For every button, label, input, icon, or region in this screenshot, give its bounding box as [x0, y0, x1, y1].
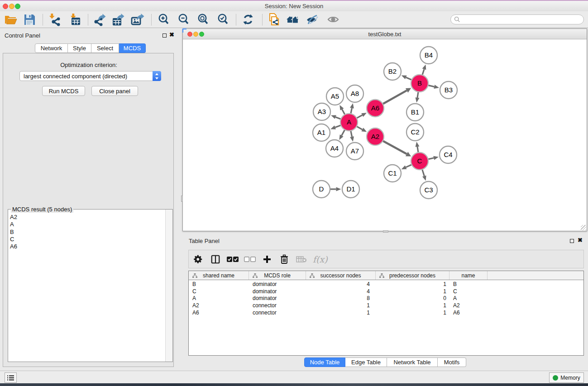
table-settings-gear-icon[interactable]	[192, 254, 204, 264]
network-window-titlebar[interactable]: testGlobe.txt	[183, 29, 587, 39]
control-tab-select[interactable]: Select	[91, 43, 119, 53]
deselect-all-icon[interactable]	[244, 256, 256, 262]
splitter-handle-left[interactable]	[181, 195, 183, 202]
cell-name[interactable]: A6	[449, 310, 488, 316]
export-network-icon[interactable]	[92, 13, 107, 26]
control-tab-network[interactable]: Network	[35, 43, 68, 53]
zoom-selected-icon[interactable]	[215, 13, 231, 26]
network-resize-corner[interactable]	[581, 225, 586, 230]
splitter-handle-bottom[interactable]	[383, 230, 388, 233]
add-column-icon[interactable]	[261, 255, 273, 264]
select-all-icon[interactable]	[227, 256, 239, 262]
cell-shared-name[interactable]: C	[189, 288, 249, 295]
table-tab-edge-table[interactable]: Edge Table	[345, 357, 387, 367]
search-input[interactable]	[450, 14, 584, 24]
cell-predecessor-nodes[interactable]: 0	[376, 295, 449, 301]
edge-B-B1[interactable]	[417, 92, 418, 98]
control-panel-float-icon[interactable]	[163, 33, 167, 38]
table-row[interactable]: A2connector11A2	[189, 302, 583, 309]
cell-shared-name[interactable]: B	[189, 281, 249, 287]
cell-successor-nodes[interactable]: 8	[306, 295, 376, 301]
run-mcds-button[interactable]: Run MCDS	[42, 86, 85, 96]
edge-A-A3[interactable]	[335, 117, 341, 119]
cell-MCDS-role[interactable]: dominator	[249, 288, 306, 295]
cell-name[interactable]: B	[449, 281, 488, 287]
edge-A-A4[interactable]	[342, 130, 345, 136]
import-table-icon[interactable]	[68, 13, 83, 26]
export-table-icon[interactable]	[110, 13, 126, 26]
delete-column-trash-icon[interactable]	[278, 254, 290, 264]
cell-successor-nodes[interactable]: 1	[306, 310, 376, 316]
edge-C-C3[interactable]	[422, 169, 425, 176]
edge-C-C1[interactable]	[406, 165, 412, 167]
edge-B-B2[interactable]	[406, 77, 412, 80]
table-panel-float-icon[interactable]	[570, 239, 574, 243]
column-header-MCDS-role[interactable]: MCDS role	[249, 271, 306, 280]
cell-name[interactable]: A2	[449, 302, 488, 309]
table-tab-network-table[interactable]: Network Table	[387, 357, 438, 367]
cell-predecessor-nodes[interactable]: 1	[376, 310, 449, 316]
cell-MCDS-role[interactable]: connector	[249, 310, 306, 316]
edge-A2-C[interactable]	[383, 141, 407, 154]
cell-successor-nodes[interactable]: 4	[306, 288, 376, 295]
edge-A-A7[interactable]	[351, 131, 352, 137]
cell-name[interactable]: C	[449, 288, 488, 295]
hide-panels-icon[interactable]	[305, 13, 320, 26]
column-header-predecessor-nodes[interactable]: predecessor nodes	[376, 271, 449, 280]
cell-successor-nodes[interactable]: 4	[306, 281, 376, 287]
eye-icon[interactable]	[325, 13, 341, 26]
zoom-out-icon[interactable]	[176, 13, 191, 26]
column-header-shared-name[interactable]: shared name	[189, 271, 249, 280]
cell-MCDS-role[interactable]: connector	[249, 302, 306, 309]
edge-C-C4[interactable]	[428, 158, 434, 159]
edge-A6-B[interactable]	[383, 91, 407, 104]
home-icon[interactable]	[285, 13, 301, 26]
save-session-icon[interactable]	[22, 13, 37, 26]
control-tab-style[interactable]: Style	[68, 43, 91, 53]
cell-MCDS-role[interactable]: dominator	[249, 281, 306, 287]
refresh-icon[interactable]	[240, 13, 256, 26]
import-network-icon[interactable]	[47, 13, 62, 26]
edge-C-C2[interactable]	[417, 147, 418, 152]
table-panel-close-icon[interactable]: ✖	[578, 237, 583, 243]
cell-MCDS-role[interactable]: dominator	[249, 295, 306, 301]
control-panel-close-icon[interactable]: ✖	[169, 31, 174, 38]
table-row[interactable]: A6connector11A6	[189, 309, 583, 316]
table-tab-motifs[interactable]: Motifs	[438, 357, 466, 367]
edge-A-A1[interactable]	[335, 125, 341, 128]
column-header-name[interactable]: name	[449, 271, 488, 280]
zoom-in-icon[interactable]	[156, 13, 172, 26]
table-row[interactable]: Adominator80A	[189, 295, 583, 302]
control-tab-mcds[interactable]: MCDS	[119, 43, 146, 53]
mcds-result-item[interactable]: B	[10, 229, 163, 236]
open-session-icon[interactable]	[3, 13, 18, 26]
edge-B-B4[interactable]	[422, 69, 424, 75]
mcds-result-item[interactable]: A	[10, 221, 163, 228]
new-network-from-selection-icon[interactable]	[266, 13, 282, 26]
cell-predecessor-nodes[interactable]: 1	[376, 302, 449, 309]
mcds-result-scrollbar[interactable]	[165, 210, 172, 362]
edge-A-A6[interactable]	[357, 115, 363, 118]
close-panel-button[interactable]: Close panel	[91, 86, 138, 96]
cell-name[interactable]: A	[449, 295, 488, 301]
table-column-icon[interactable]	[210, 254, 221, 264]
edge-A-A5[interactable]	[342, 110, 345, 115]
cell-shared-name[interactable]: A2	[189, 302, 249, 309]
cell-predecessor-nodes[interactable]: 1	[376, 288, 449, 295]
mcds-result-item[interactable]: A6	[10, 243, 163, 250]
cell-predecessor-nodes[interactable]: 1	[376, 281, 449, 287]
table-row[interactable]: Bdominator41B	[189, 281, 583, 288]
cell-shared-name[interactable]: A	[189, 295, 249, 301]
export-image-icon[interactable]	[130, 13, 145, 26]
table-tab-node-table[interactable]: Node Table	[304, 357, 345, 367]
zoom-fit-icon[interactable]	[196, 13, 211, 26]
memory-button[interactable]: Memory	[549, 372, 584, 383]
column-header-successor-nodes[interactable]: successor nodes	[306, 271, 376, 280]
edge-B-B3[interactable]	[428, 85, 434, 86]
edge-A-A2[interactable]	[357, 126, 363, 129]
network-graph[interactable]: B4B2BB3A5A8A6A3B1AA1C2A2A4A7C4CC1C3DD1	[183, 40, 587, 231]
edge-A-A8[interactable]	[351, 108, 352, 114]
table-row[interactable]: Cdominator41C	[189, 288, 583, 295]
criterion-dropdown[interactable]: largest connected component (directed)	[19, 71, 161, 81]
mcds-result-item[interactable]: C	[10, 236, 163, 243]
